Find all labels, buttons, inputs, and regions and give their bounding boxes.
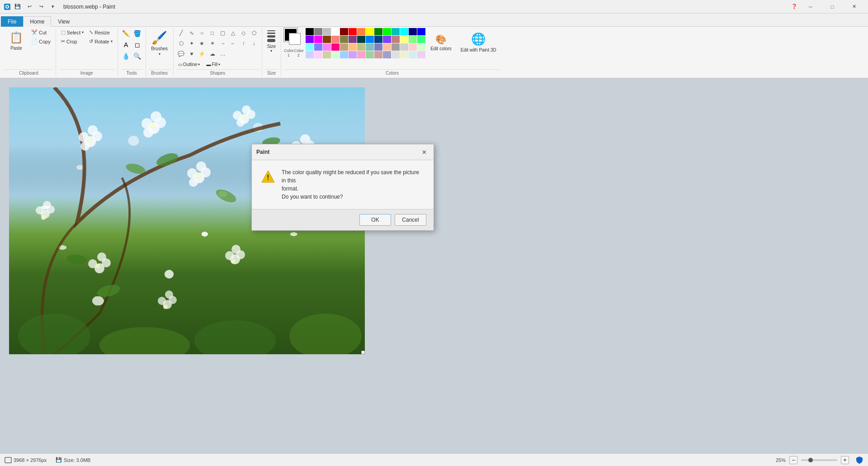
- dialog-cancel-button[interactable]: Cancel: [395, 214, 426, 226]
- dialog-footer: OK Cancel: [252, 209, 434, 230]
- dialog-message: The color quality might be reduced if yo…: [282, 168, 425, 201]
- dialog-ok-button[interactable]: OK: [359, 214, 391, 226]
- paint-dialog: Paint ✕ ! The color quality might be red…: [251, 144, 434, 231]
- dialog-body: ! The color quality might be reduced if …: [252, 160, 434, 209]
- dialog-overlay: Paint ✕ ! The color quality might be red…: [0, 0, 868, 466]
- svg-text:!: !: [267, 174, 269, 181]
- dialog-title: Paint: [256, 149, 269, 155]
- dialog-titlebar: Paint ✕: [252, 144, 434, 160]
- warning-icon: !: [261, 169, 275, 187]
- dialog-close-button[interactable]: ✕: [419, 147, 429, 157]
